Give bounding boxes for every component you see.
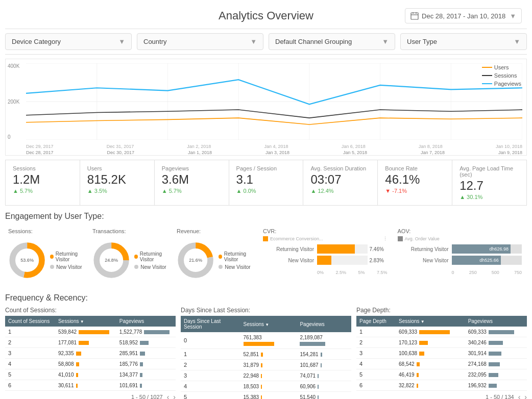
col-days-since: Days Since Last Session [181,316,240,332]
row-pageviews: 274,168 [465,359,527,369]
sessions-donut-container: 53.6% Returning Visitor New Visitor [8,237,86,283]
table-row: 392,335285,951 [5,348,176,359]
pageviews-mini-bar [318,374,319,378]
table-row: 152,851154,281 [181,349,351,360]
device-category-filter[interactable]: Device Category ▼ [5,33,132,50]
row-sessions: 100,638 [396,348,465,359]
revenue-donut-chart: Revenue: 21.6% Returning Visitor [174,225,258,286]
dropdown-chevron-icon: ▼ [118,38,125,45]
sessions-count: 100,638 [399,351,417,356]
col-sessions[interactable]: Sessions [55,316,116,327]
sessions-donut-legend: Returning Visitor New Visitor [50,251,86,270]
table-row: 515,38351,540 [181,392,351,400]
avg-page-load-change: ▲ 30.1% [460,194,519,200]
col-days-sessions[interactable]: Sessions [240,316,297,332]
row-sessions: 18,503 [240,381,297,392]
country-filter[interactable]: Country ▼ [137,33,263,50]
row-count: 5 [356,369,396,380]
new-dot-r-icon [219,265,223,269]
x-label-6: Jan 9, 2018 [498,150,522,155]
row-sessions: 539,842 [55,327,116,337]
frequency-recency-title: Frequency & Recency: [5,293,527,303]
sessions-mini-bar [79,341,89,345]
sessions-mini-bar [76,362,80,366]
dropdown-chevron-icon: ▼ [250,38,257,45]
pageviews-count: 609,333 [468,329,487,335]
revenue-donut-svg: 21.6% [177,237,214,283]
pageviews-count: 101,691 [119,383,138,388]
transactions-donut-legend: Returning Visitor New Visitor [134,251,171,270]
row-pageviews: 196,932 [465,380,527,391]
sessions-count: 30,611 [58,383,74,388]
col-depth-sessions[interactable]: Sessions [396,316,465,327]
header: Analytics Overview Dec 28, 2017 - Jan 10… [5,5,527,29]
pageviews-label: Pageviews [162,165,222,171]
row-pageviews: 518,952 [116,337,176,348]
sessions-count: 41,010 [58,372,74,378]
svg-text:21.6%: 21.6% [189,258,202,263]
sessions-count: 609,333 [399,329,417,335]
returning-dot-icon [50,255,54,259]
aov-chart: AOV: Avg. Order Value Returning Visitor … [393,225,527,286]
pageviews-count: 301,914 [468,351,487,356]
new-visitor-label-t: New Visitor [140,264,166,270]
cvr-subtitle: Ecommerce Conversion... [270,236,323,241]
pageviews-mini-bar [321,363,322,367]
row-sessions: 31,879 [240,360,297,370]
row-count: 3 [5,348,55,359]
metric-pages-per-session: Pages / Session 3.1 ▲ 0.0% [229,160,304,205]
sessions-count: 15,383 [244,394,259,399]
aov-new-bar-wrapper: dh525.66 [452,256,522,265]
sessions-next-page[interactable]: › [173,393,176,399]
table-row: 632,822196,932 [356,380,527,391]
cvr-axis-2: 5% [358,270,365,275]
users-label: Users [87,165,147,171]
cvr-color-icon [263,236,268,241]
aov-bars: Returning Visitor dh626.98 New Visitor d… [398,244,522,265]
x-label-4: Jan 5, 2018 [343,150,367,155]
aov-axis-2: 500 [492,270,499,275]
pageviews-count: 101,687 [300,362,318,368]
channel-grouping-filter[interactable]: Default Channel Grouping ▼ [269,33,395,50]
sessions-count: 68,542 [399,361,415,367]
aov-axis-0: 0 [452,270,454,275]
sessions-prev-page[interactable]: ‹ [167,393,170,399]
cvr-axis-3: 7.5% [377,270,388,275]
metric-users: Users 815.2K ▲ 3.5% [80,160,155,205]
pages-per-session-label: Pages / Session [236,165,296,171]
col-days-pageviews: Pageviews [297,316,351,332]
cvr-returning-value: 7.46% [370,246,388,252]
table-row: 541,010134,377 [5,369,176,380]
depth-next-page[interactable]: › [524,393,527,399]
cvr-chart: CVR: Ecommerce Conversion... ⋮ Returning… [258,225,393,286]
sessions-count: 31,879 [244,362,259,368]
sessions-mini-bar [79,330,109,334]
row-count: 3 [356,348,396,359]
sessions-mini-bar [76,352,81,356]
country-label: Country [143,38,167,45]
cvr-axis-1: 2.5% [335,270,346,275]
row-pageviews: 74,071 [297,370,351,381]
user-type-filter[interactable]: User Type ▼ [400,33,527,50]
metric-sessions: Sessions 1.2M ▲ 5.7% [6,160,80,205]
new-visitor-label-r: New Visitor [225,264,250,270]
row-pageviews: 2,189,087 [297,332,351,349]
svg-text:24.8%: 24.8% [105,258,118,263]
device-category-label: Device Category [12,38,61,45]
transactions-donut-svg: 24.8% [92,237,130,283]
aov-axis: 0 250 500 750 [398,270,522,275]
date-range-button[interactable]: Dec 28, 2017 - Jan 10, 2018 ▼ [405,8,522,23]
row-pageviews: 285,951 [116,348,176,359]
row-pageviews: 340,246 [465,337,527,348]
depth-prev-page[interactable]: ‹ [518,393,521,399]
sessions-legend-label: Sessions [494,72,517,79]
pageviews-legend-label: Pageviews [494,81,521,87]
pageviews-mini-bar [140,352,145,356]
row-sessions: 92,335 [55,348,116,359]
legend-sessions: Sessions [482,72,521,79]
sessions-count-table: Count of Sessions Sessions Pageviews 153… [5,316,176,391]
x-sublabel-3: Jan 4, 2018 [264,144,288,149]
row-count: 6 [5,380,55,391]
avg-page-load-label: Avg. Page Load Time (sec) [460,165,519,178]
pages-per-session-change: ▲ 0.0% [236,188,296,194]
